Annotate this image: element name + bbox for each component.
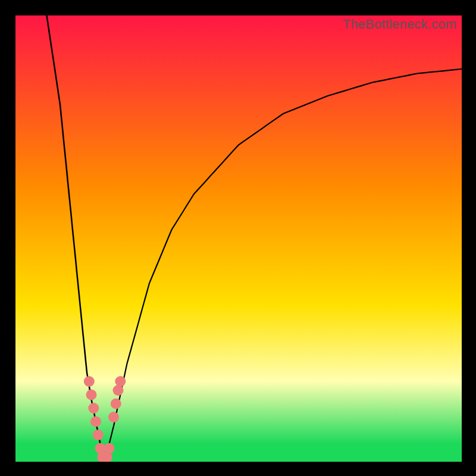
marker-dot <box>104 443 115 454</box>
marker-dot <box>111 399 121 409</box>
marker-dot <box>86 390 97 400</box>
bottleneck-curve <box>15 15 462 462</box>
marker-dot <box>88 403 99 414</box>
curve-right-branch <box>105 69 462 462</box>
marker-dot <box>93 430 104 440</box>
plot-area: TheBottleneck.com <box>15 15 462 462</box>
marker-dot <box>90 416 101 427</box>
marker-dot <box>108 412 119 422</box>
marker-dot <box>115 376 126 387</box>
chart-frame: TheBottleneck.com <box>0 0 476 476</box>
marker-dot <box>84 376 95 387</box>
marker-dot <box>113 385 124 396</box>
watermark-text: TheBottleneck.com <box>343 17 457 32</box>
